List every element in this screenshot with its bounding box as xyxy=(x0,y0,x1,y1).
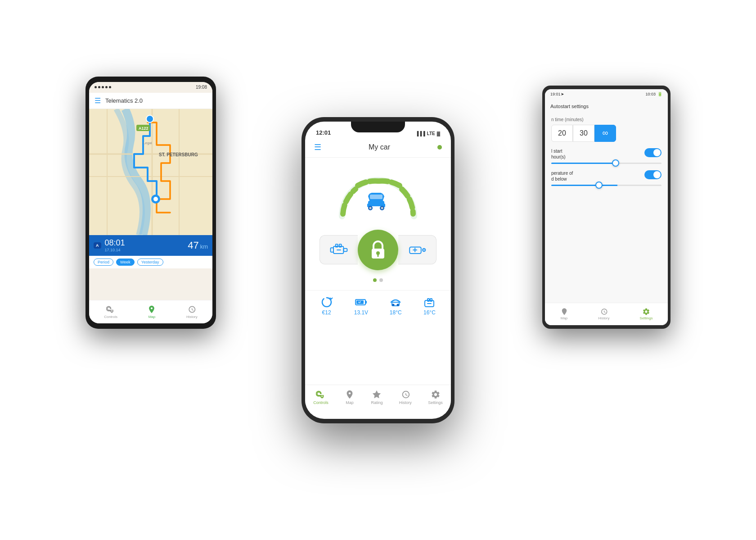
page-indicator xyxy=(373,278,383,282)
right-nav-settings-label: Settings xyxy=(640,316,653,320)
svg-point-8 xyxy=(153,197,158,201)
hamburger-icon[interactable]: ☰ xyxy=(94,96,101,105)
svg-rect-24 xyxy=(336,244,338,247)
lte-icon: LTE xyxy=(427,131,435,136)
right-bottom-nav: Map History Settings xyxy=(545,303,668,325)
toggle-1[interactable] xyxy=(644,148,662,157)
period-btn-week[interactable]: Week xyxy=(116,259,135,266)
dot-2 xyxy=(379,278,383,282)
iphone-time: 12:01 xyxy=(316,129,331,136)
right-nav-map[interactable]: Map xyxy=(560,308,568,320)
center-nav-map-label: Map xyxy=(346,400,354,405)
key-icon xyxy=(106,305,115,314)
toggle-2-label: perature ofd below xyxy=(551,170,573,182)
scene: 19:08 ☰ Telematics 2.0 xyxy=(86,23,670,518)
gauge-svg xyxy=(333,167,423,221)
svg-rect-23 xyxy=(343,248,347,251)
phone-left: 19:08 ☰ Telematics 2.0 xyxy=(86,77,216,329)
center-history-icon xyxy=(400,390,410,399)
left-nav-map[interactable]: Map xyxy=(147,305,156,319)
stat-battery-value: 13.1V xyxy=(354,309,368,316)
status-dot xyxy=(437,145,442,150)
refresh-icon xyxy=(320,296,333,309)
right-history-icon xyxy=(600,308,608,316)
car-temp-icon xyxy=(389,296,402,309)
lock-button[interactable] xyxy=(358,230,398,270)
phone-left-screen: 19:08 ☰ Telematics 2.0 xyxy=(89,82,212,323)
center-menu-icon[interactable]: ☰ xyxy=(314,142,321,152)
lock-icon xyxy=(369,240,387,260)
time-btn-20[interactable]: 20 xyxy=(551,125,573,142)
right-settings-icon xyxy=(642,308,650,316)
left-status-bar: 19:08 xyxy=(89,82,212,93)
center-nav-rating[interactable]: Rating xyxy=(371,390,382,405)
controls-key-icon xyxy=(316,390,326,399)
left-nav-map-label: Map xyxy=(148,315,156,319)
right-time2: 10:03 xyxy=(645,92,656,96)
stat-battery: 13.1V xyxy=(354,296,368,316)
svg-text:A122: A122 xyxy=(139,126,148,131)
center-bottom-nav: Controls Map Rating xyxy=(305,385,451,413)
lock-section xyxy=(314,230,442,270)
center-nav-map[interactable]: Map xyxy=(345,390,355,405)
svg-point-20 xyxy=(381,207,383,209)
left-app-bar: ☰ Telematics 2.0 xyxy=(89,93,212,109)
slider-1[interactable] xyxy=(551,163,662,164)
center-nav-controls-label: Controls xyxy=(313,400,328,405)
center-map-icon xyxy=(345,390,355,399)
trip-time: 08:01 xyxy=(105,238,125,248)
right-nav-map-label: Map xyxy=(561,316,568,320)
engine-button[interactable] xyxy=(320,235,358,264)
right-nav-history[interactable]: History xyxy=(598,308,610,320)
toggle-1-label: l starthour(s) xyxy=(551,148,566,160)
center-nav-controls[interactable]: Controls xyxy=(313,390,328,405)
center-nav-history[interactable]: History xyxy=(399,390,412,405)
left-nav-controls[interactable]: Controls xyxy=(104,305,117,319)
slider-2[interactable] xyxy=(551,185,662,186)
iphone-status-icons: ▐▐▐ LTE ▓ xyxy=(415,131,440,136)
phone-right: 19:01 ➤ 10:03 🔋 Autostart settings n tim… xyxy=(542,86,670,329)
slider-thumb-2[interactable] xyxy=(595,182,603,189)
stat-temp2-value: 16°C xyxy=(423,309,436,316)
map-svg: ST. PETERSBURG A122 Legal xyxy=(89,109,212,235)
right-time1: 19:01 xyxy=(550,92,561,96)
center-nav-settings-label: Settings xyxy=(428,400,443,405)
time-btn-inf[interactable]: ∞ xyxy=(594,125,616,142)
signal-bars-icon: ▐▐▐ xyxy=(415,131,425,136)
period-btn-period[interactable]: Period xyxy=(94,259,113,266)
left-time: 19:08 xyxy=(196,85,207,90)
toggle-row-1: l starthour(s) xyxy=(551,148,662,160)
car-display xyxy=(305,158,451,290)
center-app-title: My car xyxy=(369,143,390,151)
autostart-section: n time (minutes) 20 30 ∞ l starthour(s) xyxy=(545,113,668,196)
left-bottom-nav: Controls Map History xyxy=(89,300,212,323)
svg-text:ST. PETERSBURG: ST. PETERSBURG xyxy=(159,152,198,157)
gauge-container xyxy=(333,167,423,221)
center-nav-settings[interactable]: Settings xyxy=(428,390,443,405)
right-battery-icon: 🔋 xyxy=(657,92,662,96)
left-app-title: Telematics 2.0 xyxy=(105,97,143,104)
right-app-title: Autostart settings xyxy=(550,104,589,109)
svg-rect-25 xyxy=(339,244,342,247)
svg-point-6 xyxy=(146,115,153,123)
remote-button[interactable] xyxy=(398,235,436,264)
stat-euro-value: €12 xyxy=(322,309,331,316)
slider-thumb-1[interactable] xyxy=(612,159,619,167)
svg-rect-13 xyxy=(368,201,384,206)
time-btn-30[interactable]: 30 xyxy=(573,125,594,142)
time-buttons: 20 30 ∞ xyxy=(551,125,662,142)
stat-temp1-value: 18°C xyxy=(390,309,402,316)
left-nav-history[interactable]: History xyxy=(186,305,198,319)
svg-text:Legal: Legal xyxy=(143,141,152,145)
period-btn-yesterday[interactable]: Yesterday xyxy=(137,259,163,266)
map-area[interactable]: ST. PETERSBURG A122 Legal xyxy=(89,109,212,235)
engine-temp-icon xyxy=(423,296,436,309)
svg-rect-36 xyxy=(365,301,367,304)
rating-star-icon xyxy=(372,390,382,399)
right-app-bar: Autostart settings xyxy=(545,99,668,113)
right-nav-settings[interactable]: Settings xyxy=(640,308,653,320)
right-status-bar: 19:01 ➤ 10:03 🔋 xyxy=(545,89,668,99)
stats-row: €12 13.1V xyxy=(305,290,451,319)
toggle-2[interactable] xyxy=(644,170,662,179)
period-bar: Period Week Yesterday xyxy=(89,256,212,268)
